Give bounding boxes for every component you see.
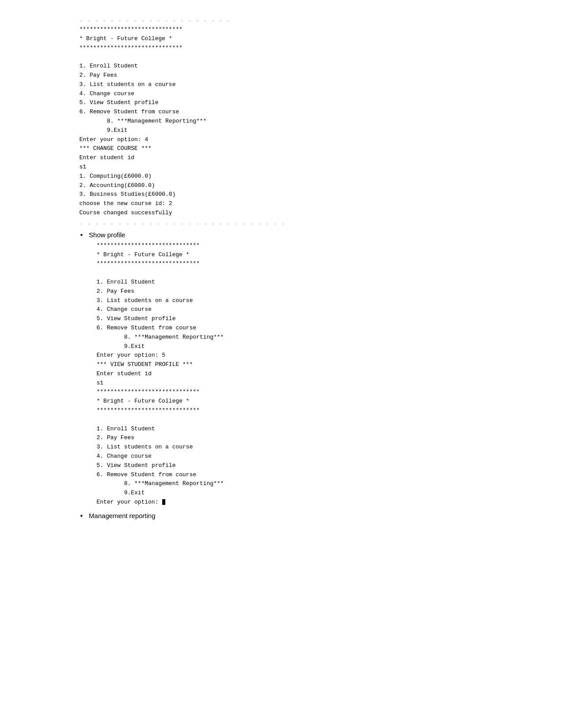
second-terminal-block: ****************************** * Bright … <box>79 241 536 507</box>
show-profile-section: • Show profile <box>79 231 536 239</box>
bullet-dot-show-profile: • <box>79 231 84 239</box>
management-reporting-label: Management reporting <box>89 511 156 519</box>
management-reporting-section: • Management reporting <box>79 511 536 520</box>
dotted-separator-1: . . . . . . . . . . . . . . . . . . . . … <box>79 220 536 226</box>
main-content: - - - - - - - - - - - - - - - - - - - - … <box>79 18 536 520</box>
show-profile-label: Show profile <box>89 231 126 239</box>
bullet-dot-management: • <box>79 512 84 520</box>
text-cursor <box>162 499 165 505</box>
top-separator: - - - - - - - - - - - - - - - - - - - - <box>79 18 536 24</box>
first-terminal-block: ****************************** * Bright … <box>79 25 536 218</box>
